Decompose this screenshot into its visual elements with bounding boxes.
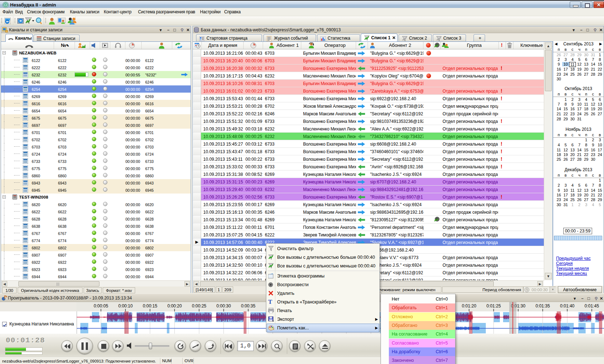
svg-text:0:00:25: 0:00:25 [192,303,206,308]
svg-text:0:00:35: 0:00:35 [241,303,256,308]
svg-text:0:01:20: 0:01:20 [462,303,476,308]
svg-text:0:00:05: 0:00:05 [94,303,108,308]
svg-text:0:01:45: 0:01:45 [585,303,599,308]
svg-text:0:00:15: 0:00:15 [143,303,157,308]
svg-text:0:01:40: 0:01:40 [560,303,574,308]
svg-text:0:01:25: 0:01:25 [487,303,501,308]
svg-text:0:00:30: 0:00:30 [217,303,231,308]
svg-text:0:00:10: 0:00:10 [118,303,133,308]
svg-text:0:00:20: 0:00:20 [167,303,182,308]
svg-text:0:01:35: 0:01:35 [536,303,550,308]
